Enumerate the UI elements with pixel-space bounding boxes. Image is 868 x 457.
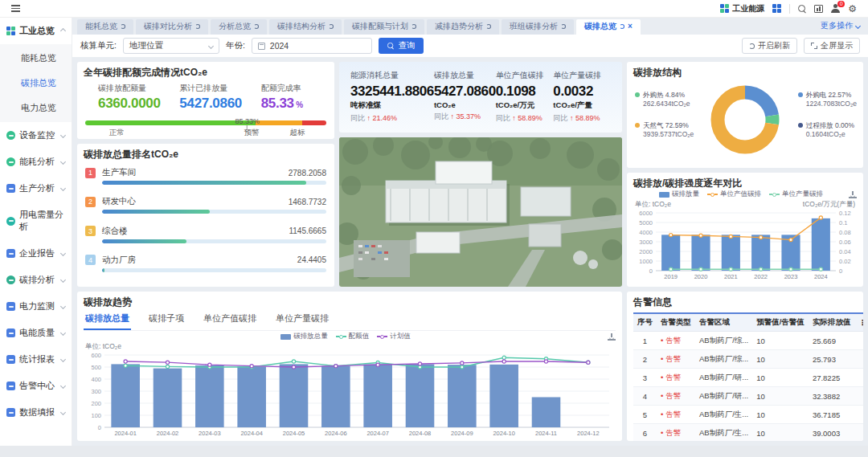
- dashboard-content: 全年碳排配额完成情况tCO₂e 碳排放配额量6360.0000累计已排放量542…: [72, 57, 868, 446]
- collapse-sidebar-icon[interactable]: [11, 5, 20, 12]
- tab-refresh-icon[interactable]: [411, 24, 416, 29]
- tab-refresh-icon[interactable]: [620, 24, 624, 29]
- tab-refresh-icon[interactable]: [195, 24, 200, 29]
- tab-refresh-icon[interactable]: [329, 24, 334, 29]
- tab-碳排结构分析[interactable]: 碳排结构分析: [269, 19, 342, 35]
- tab-close-icon[interactable]: ×: [628, 22, 633, 31]
- tab-refresh-icon[interactable]: [254, 24, 259, 29]
- sidebar-item-告警中心[interactable]: 告警中心: [0, 373, 72, 399]
- alarm-actions: [854, 350, 863, 369]
- sidebar-item-用电需量分析[interactable]: 用电需量分析: [0, 202, 72, 240]
- apps-grid-icon[interactable]: [772, 4, 781, 13]
- table-row: 4告警AB制药厂/研...1032.3882: [633, 387, 863, 406]
- ranking-list: 1生产车间2788.20582研发中心1468.77323综合楼1145.666…: [84, 160, 328, 281]
- factory-image-panel: [339, 137, 622, 287]
- download-icon[interactable]: [849, 191, 857, 198]
- tab-班组碳排分析[interactable]: 班组碳排分析: [502, 19, 574, 35]
- sidebar-item-电能质量[interactable]: 电能质量: [0, 320, 72, 346]
- download-icon[interactable]: [608, 333, 616, 341]
- tab-碳排总览[interactable]: 碳排总览×: [576, 19, 641, 35]
- quota-stat: 配额完成率85.33 %: [247, 83, 328, 112]
- legend-item-天然气[interactable]: 天然气 72.59%3939.5737tCO₂e: [635, 121, 694, 139]
- quota-stat-value: 5427.0860: [179, 96, 246, 112]
- sidebar-item-能耗分析[interactable]: 能耗分析: [0, 149, 72, 175]
- tab-refresh-icon[interactable]: [121, 24, 125, 29]
- rank-badge: 3: [85, 226, 96, 236]
- legend-item-单位产量碳排[interactable]: 单位产量碳排: [769, 190, 823, 199]
- rank-bar-fill: [102, 239, 186, 243]
- legend-item-外购电[interactable]: 外购电 22.57%1224.7083tCO₂e: [798, 91, 857, 108]
- legend-item-过程排放[interactable]: 过程排放 0.00%0.1604tCO₂e: [798, 121, 857, 139]
- legend-line-swatch: [769, 193, 780, 197]
- kpi-label: 能源消耗总量: [350, 70, 434, 81]
- yearly-unit-right: tCO₂e/万元(产量): [803, 200, 855, 210]
- trend-tab-单位产量碳排[interactable]: 单位产量碳排: [274, 310, 330, 330]
- sidebar-item-碳排分析[interactable]: 碳排分析: [0, 267, 72, 293]
- trend-tab-单位产值碳排[interactable]: 单位产值碳排: [202, 310, 258, 330]
- chart-history-icon[interactable]: [814, 5, 823, 13]
- user-icon[interactable]: 0: [831, 4, 840, 13]
- alarm-col-序号: 序号: [633, 313, 657, 332]
- svg-text:2024: 2024: [814, 273, 828, 280]
- legend-dot: [798, 123, 803, 128]
- legend-item-配额值[interactable]: 配额值: [336, 332, 370, 341]
- trend-tab-碳排放总量[interactable]: 碳排放总量: [84, 310, 131, 330]
- sidebar-item-设备监控[interactable]: 设备监控: [0, 122, 72, 149]
- sidebar-item-统计报表[interactable]: 统计报表: [0, 346, 72, 373]
- svg-text:2021: 2021: [724, 273, 738, 280]
- alarm-actual: 32.3882: [809, 387, 855, 406]
- ranking-row: 3综合楼1145.6665: [85, 226, 326, 243]
- tab-碳排对比分析[interactable]: 碳排对比分析: [136, 19, 208, 35]
- app-switcher[interactable]: 工业能源: [720, 3, 764, 14]
- tab-能耗总览[interactable]: 能耗总览: [77, 19, 133, 35]
- bar-2024-03: [195, 365, 224, 427]
- legend-item-外购热[interactable]: 外购热 4.84%262.6434tCO₂e: [635, 91, 694, 108]
- svg-text:100: 100: [91, 412, 101, 419]
- alarm-type: 告警: [657, 387, 695, 406]
- sidebar-item-碳排总览[interactable]: 碳排总览: [0, 71, 72, 96]
- bell-icon: [6, 382, 15, 390]
- kpi-strip: 能源消耗总量3325441.8806吨标准煤同比 ↑ 21.46%碳排放总量54…: [339, 62, 622, 133]
- tab-分析总览[interactable]: 分析总览: [211, 19, 267, 35]
- sidebar-item-能耗总览[interactable]: 能耗总览: [0, 46, 72, 71]
- alarm-card: 告警信息 序号告警类型告警区域预警值/告警值实际排放值⋮1告警AB制药厂/综..…: [627, 292, 863, 441]
- trend-tab-碳排子项[interactable]: 碳排子项: [147, 310, 186, 330]
- sidebar-item-电力监测[interactable]: 电力监测: [0, 293, 72, 320]
- fullscreen-button[interactable]: 全屏显示: [804, 38, 860, 54]
- sidebar-item-生产分析[interactable]: 生产分析: [0, 175, 72, 202]
- legend-item-计划值[interactable]: 计划值: [377, 332, 411, 341]
- refresh-toggle-button[interactable]: 开启刷新: [742, 38, 797, 54]
- quota-stat-label: 碳排放配额量: [98, 83, 165, 94]
- alarm-type-badge: 告警: [661, 354, 681, 363]
- more-operations-button[interactable]: 更多操作: [821, 20, 860, 35]
- tab-碳排配额与计划[interactable]: 碳排配额与计划: [344, 19, 424, 35]
- search-icon[interactable]: [798, 5, 806, 13]
- alarm-idx: 1: [633, 332, 657, 350]
- structure-donut-chart: [705, 80, 785, 160]
- settings-gear-icon[interactable]: ⚙: [848, 4, 857, 14]
- svg-text:2019: 2019: [664, 273, 678, 280]
- alarm-col-⋮[interactable]: ⋮: [854, 313, 863, 332]
- unit-select[interactable]: 地理位置: [123, 38, 219, 54]
- sidebar-item-电力总览[interactable]: 电力总览: [0, 96, 72, 120]
- factory-aerial-image: [339, 137, 622, 287]
- legend-item-碳排放量[interactable]: 碳排放量: [659, 190, 699, 199]
- tab-refresh-icon[interactable]: [486, 24, 491, 29]
- svg-text:2024-01: 2024-01: [114, 430, 137, 435]
- legend-item-碳排放总量[interactable]: 碳排放总量: [280, 332, 328, 341]
- sidebar-group-industry-overview[interactable]: 工业总览: [0, 18, 72, 44]
- year-input[interactable]: 2024: [252, 38, 372, 54]
- search-button[interactable]: 查询: [379, 38, 424, 54]
- tab-减排趋势分析[interactable]: 减排趋势分析: [427, 19, 499, 35]
- sidebar-item-数据填报[interactable]: 数据填报: [0, 399, 72, 426]
- sidebar-item-企业报告[interactable]: 企业报告: [0, 240, 72, 267]
- tab-refresh-icon[interactable]: [561, 24, 566, 29]
- kpi-unit: tCO₂e: [434, 100, 496, 109]
- alarm-col-预警值/告警值: 预警值/告警值: [752, 313, 809, 332]
- svg-text:2024-11: 2024-11: [535, 430, 557, 435]
- quota-card-title: 全年碳排配额完成情况tCO₂e: [84, 67, 328, 78]
- legend-item-单位产值碳排[interactable]: 单位产值碳排: [707, 190, 761, 199]
- bar-2024-02: [154, 369, 182, 427]
- bar-2024-06: [321, 366, 350, 427]
- fullscreen-icon: [811, 43, 817, 49]
